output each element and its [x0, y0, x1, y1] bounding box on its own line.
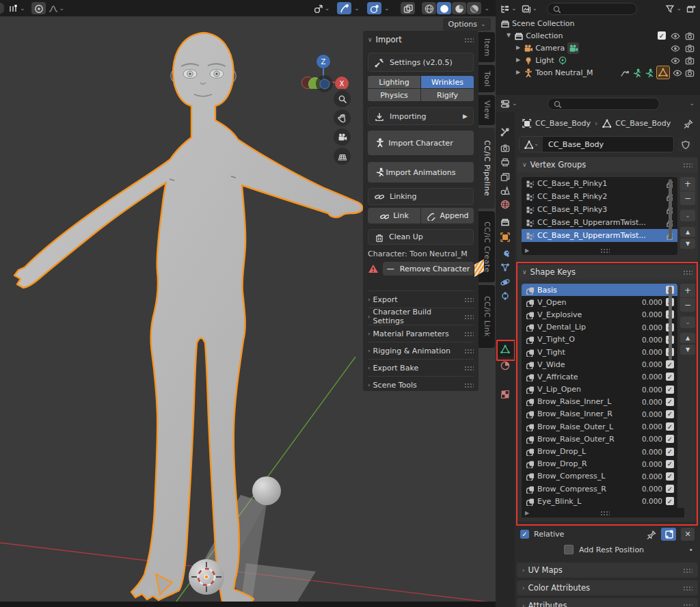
shape-key-value[interactable]: 0.000 [636, 410, 662, 418]
shape-key-value[interactable]: 0.000 [636, 348, 662, 356]
shading-dropdown[interactable]: ⌄ [482, 2, 492, 14]
toggle-wrinkles[interactable]: Wrinkles [421, 76, 474, 88]
shape-key-row[interactable]: V_Tight 0.000 ✓ [522, 346, 677, 358]
relative-checkbox[interactable]: ✓ [520, 530, 529, 539]
shape-key-row[interactable]: V_Lip_Open 0.000 ✓ [522, 383, 677, 396]
tab-collection-properties[interactable] [497, 215, 513, 230]
tab-modifier-properties[interactable] [497, 246, 513, 261]
collapsed-panel-header[interactable]: › Character Build Settings [368, 308, 474, 325]
move-down-button[interactable]: ▼ [680, 345, 695, 355]
shape-key-row[interactable]: Brow_Raise_Inner_L 0.000 ✓ [522, 396, 677, 408]
shape-key-value[interactable]: 0.000 [636, 460, 662, 468]
shape-key-value[interactable]: 0.000 [636, 386, 662, 394]
vertex-groups-scrollbar[interactable] [669, 179, 672, 239]
remove-shape-key-button[interactable]: − [680, 298, 695, 312]
exclude-checkbox[interactable]: ✓ [658, 31, 666, 40]
append-button[interactable]: Append [421, 208, 474, 224]
tab-output-properties[interactable] [497, 154, 513, 170]
add-shape-key-button[interactable]: + [680, 284, 695, 297]
properties-search-input[interactable] [548, 98, 660, 110]
hide-eye-icon[interactable] [672, 68, 682, 78]
shape-key-mute-checkbox[interactable]: ✓ [666, 373, 674, 381]
collapsed-panel-header[interactable]: › Attributes [517, 598, 698, 607]
import-character-button[interactable]: Import Character [368, 131, 474, 155]
outliner-search-input[interactable] [547, 3, 637, 15]
add-rest-position-checkbox[interactable] [564, 545, 574, 554]
snap-with-dropdown[interactable]: ⌄ [6, 2, 27, 14]
shape-key-value[interactable]: 0.000 [636, 435, 662, 443]
shape-key-mute-checkbox[interactable]: ✓ [666, 448, 674, 456]
expand-arrow-icon[interactable]: ▶ [525, 247, 529, 254]
display-mode-dropdown[interactable]: ⌄ [500, 3, 517, 14]
collapsed-panel-header[interactable]: › Export [368, 291, 474, 308]
shape-key-value[interactable]: 0.000 [636, 373, 662, 381]
vertex-group-row[interactable]: CC_Base_R_UpperarmTwist... [522, 216, 677, 229]
outliner-row-collection[interactable]: ▼ Collection ✓ [496, 29, 700, 42]
shape-key-value[interactable]: 0.000 [636, 323, 662, 332]
shape-key-mute-checkbox[interactable]: ✓ [666, 435, 674, 443]
shape-key-edit-mode-button[interactable] [661, 528, 676, 541]
vertex-group-row[interactable]: CC_Base_R_Pinky2 [522, 190, 677, 203]
options-dropdown[interactable]: Options ⌄ [443, 18, 491, 31]
shape-key-row[interactable]: Brow_Raise_Outer_R 0.000 ✓ [522, 433, 677, 445]
collapsed-panel-header[interactable]: › Material Parameters [368, 325, 474, 342]
shape-key-value[interactable]: 0.000 [636, 497, 662, 505]
move-down-button[interactable]: ▼ [680, 239, 695, 249]
breadcrumb-data[interactable]: CC_Base_Body [615, 119, 671, 128]
outliner-row-toon-neutral[interactable]: ▶ Toon Neutral_M [496, 66, 700, 79]
shape-key-mute-checkbox[interactable]: ✓ [666, 485, 674, 493]
vertex-group-row[interactable]: CC_Base_R_Pinky3 [522, 203, 677, 216]
shape-key-mute-checkbox[interactable]: ✓ [666, 386, 674, 394]
shading-solid-button[interactable] [437, 2, 451, 14]
filter-id-dropdown[interactable]: ⌄ [521, 3, 538, 14]
collapsed-panel-header[interactable]: › Rigging & Animation [368, 342, 474, 359]
tab-ccic-link[interactable]: CC/iC Link [479, 285, 495, 348]
remove-character-button[interactable]: — Remove Character [383, 262, 474, 275]
panel-grip[interactable] [464, 366, 474, 370]
proportional-editing-toggle[interactable] [31, 2, 46, 14]
move-up-button[interactable]: ▲ [680, 227, 695, 237]
character-mesh[interactable] [14, 33, 362, 607]
shape-key-value[interactable]: 0.000 [636, 336, 662, 344]
vertex-group-row[interactable]: CC_Base_R_UpperarmTwist... [522, 229, 677, 242]
falloff-dropdown[interactable]: ⌄ [46, 2, 67, 14]
shape-key-value[interactable]: 0.000 [636, 422, 662, 431]
panel-grip[interactable] [464, 297, 474, 302]
shape-keys-header[interactable]: ∨ Shape Keys [517, 265, 698, 280]
shape-key-value[interactable]: 0.000 [636, 472, 662, 481]
camera-view-button[interactable] [334, 129, 351, 146]
clear-shape-keys-button[interactable]: ✕ [681, 528, 695, 541]
panel-grip[interactable] [464, 332, 474, 336]
panel-grip[interactable] [464, 349, 474, 353]
shading-rendered-button[interactable] [467, 2, 481, 14]
show-gizmos-toggle[interactable] [401, 2, 415, 14]
mesh-name-input[interactable]: ⌄ CC_Base_Body [519, 136, 674, 152]
zoom-tool-button[interactable] [334, 90, 351, 107]
snap-toggle[interactable] [337, 2, 351, 14]
small-sphere[interactable] [147, 587, 154, 595]
tab-render-properties[interactable] [497, 141, 513, 156]
render-visibility-icon[interactable] [684, 31, 695, 41]
import-panel-header[interactable]: ∨ Import [368, 35, 474, 44]
sphere-object[interactable] [252, 476, 281, 505]
toggle-rigify[interactable]: Rigify [421, 89, 474, 101]
proportional-edit-object-toggle[interactable] [367, 2, 381, 14]
render-visibility-icon[interactable] [684, 55, 695, 66]
collapsed-panel-header[interactable]: › Export Bake [368, 359, 474, 376]
toggle-physics[interactable]: Physics [368, 89, 420, 101]
shape-key-mute-checkbox[interactable]: ✓ [666, 360, 674, 368]
gizmo-neg-z[interactable] [316, 75, 333, 92]
shape-key-row[interactable]: Eye_Blink_L 0.000 ✓ [522, 495, 677, 507]
chevron-down-icon[interactable]: ⌄ [689, 100, 700, 107]
shape-key-row[interactable]: Brow_Compress_R 0.000 ✓ [522, 483, 677, 495]
collapsed-panel-header[interactable]: › Scene Tools [368, 376, 474, 393]
tab-view[interactable]: View [479, 95, 495, 125]
new-collection-button[interactable] [686, 3, 696, 14]
hide-eye-icon[interactable] [670, 31, 680, 41]
tab-physics-properties[interactable] [497, 275, 513, 290]
tab-material-properties[interactable] [497, 358, 513, 373]
shape-key-value[interactable]: 0.000 [636, 448, 662, 456]
shape-key-mute-checkbox[interactable]: ✓ [666, 422, 674, 431]
hide-eye-icon[interactable] [670, 55, 680, 66]
fake-user-shield-button[interactable] [677, 137, 693, 152]
